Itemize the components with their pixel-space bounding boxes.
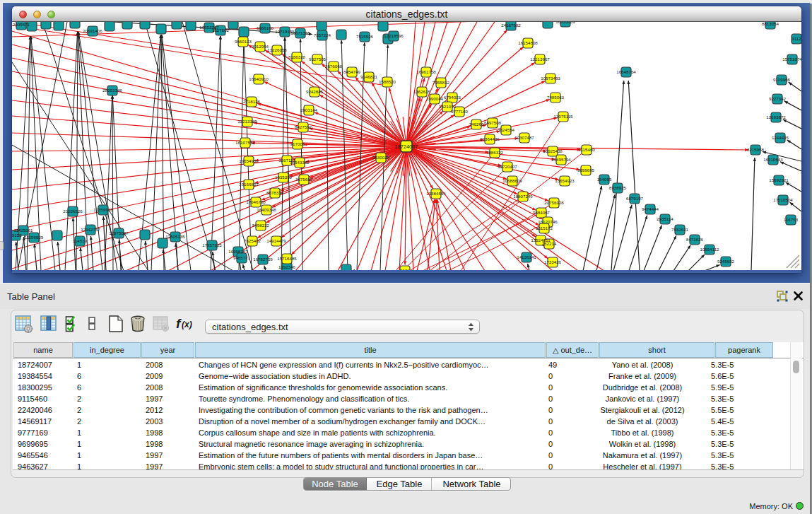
- svg-text:116753: 116753: [784, 217, 799, 222]
- svg-text:8578334: 8578334: [266, 190, 284, 195]
- svg-text:9124: 9124: [400, 268, 410, 270]
- svg-text:8215958: 8215958: [747, 147, 765, 152]
- svg-text:16033809: 16033809: [555, 22, 575, 24]
- svg-text:13975115: 13975115: [553, 114, 573, 119]
- svg-text:9242845: 9242845: [306, 89, 324, 94]
- svg-text:10654112: 10654112: [700, 247, 719, 252]
- svg-text:12975887: 12975887: [109, 230, 129, 235]
- svg-text:10307487: 10307487: [514, 135, 534, 140]
- svg-text:28053346: 28053346: [102, 88, 122, 93]
- svg-text:1244415: 1244415: [772, 135, 789, 140]
- svg-text:13654923: 13654923: [555, 178, 575, 183]
- svg-text:9227342: 9227342: [769, 96, 787, 101]
- svg-text:19384554: 19384554: [426, 191, 446, 196]
- svg-text:16210643: 16210643: [763, 157, 783, 162]
- svg-text:17359928: 17359928: [93, 207, 113, 212]
- svg-text:7886322: 7886322: [486, 150, 504, 155]
- svg-text:917006: 917006: [290, 141, 305, 146]
- svg-text:16120746: 16120746: [538, 219, 558, 224]
- svg-text:2718126: 2718126: [243, 99, 261, 104]
- svg-text:20206526: 20206526: [63, 209, 83, 214]
- svg-text:15720407: 15720407: [498, 164, 517, 169]
- svg-text:39153: 39153: [12, 233, 22, 238]
- svg-text:9115460: 9115460: [578, 147, 595, 152]
- svg-text:9129966: 9129966: [773, 77, 791, 82]
- svg-text:13495794: 13495794: [551, 157, 571, 162]
- svg-text:f: f: [176, 316, 182, 331]
- svg-text:6966160: 6966160: [257, 25, 274, 30]
- svg-text:7955812: 7955812: [433, 80, 450, 85]
- svg-text:14136141: 14136141: [517, 255, 536, 259]
- svg-text:1362615: 1362615: [413, 89, 431, 94]
- svg-text:20756928: 20756928: [544, 200, 564, 205]
- svg-text:11156829: 11156829: [25, 235, 44, 240]
- svg-text:3624554: 3624554: [498, 127, 515, 132]
- svg-text:6497508: 6497508: [484, 120, 502, 125]
- svg-text:20691406: 20691406: [83, 28, 102, 33]
- svg-text:7515526: 7515526: [356, 34, 374, 39]
- svg-text:16782759: 16782759: [253, 257, 273, 262]
- svg-text:1588520: 1588520: [379, 79, 396, 84]
- svg-text:1621072: 1621072: [439, 104, 457, 109]
- svg-text:9474444: 9474444: [642, 206, 659, 211]
- svg-text:17957225: 17957225: [202, 243, 222, 247]
- svg-text:9146821: 9146821: [360, 74, 378, 79]
- svg-text:10973493: 10973493: [541, 76, 560, 81]
- svg-text:1292346: 1292346: [278, 264, 296, 269]
- svg-text:2935114: 2935114: [657, 216, 673, 221]
- svg-text:6879197: 6879197: [626, 196, 644, 201]
- svg-text:10958167: 10958167: [228, 249, 248, 254]
- svg-text:12505135: 12505135: [165, 234, 185, 239]
- svg-text:16648764: 16648764: [616, 69, 636, 74]
- svg-text:10688609: 10688609: [502, 178, 522, 183]
- svg-text:19166827: 19166827: [239, 182, 259, 187]
- svg-text:8427552: 8427552: [295, 124, 312, 129]
- svg-text:9465771: 9465771: [233, 255, 251, 260]
- svg-text:15751074: 15751074: [782, 57, 801, 62]
- svg-text:3912954: 3912954: [252, 44, 269, 49]
- svg-text:746266: 746266: [469, 122, 484, 127]
- svg-text:1527602: 1527602: [212, 28, 230, 33]
- svg-text:12213967: 12213967: [530, 57, 550, 62]
- svg-text:19654952: 19654952: [239, 158, 259, 163]
- svg-text:9327505: 9327505: [309, 57, 326, 62]
- svg-text:8186328: 8186328: [288, 54, 306, 59]
- svg-text:9777169: 9777169: [451, 109, 469, 114]
- svg-text:8471626: 8471626: [686, 237, 704, 242]
- svg-text:12218596: 12218596: [384, 33, 404, 38]
- svg-text:16961758: 16961758: [416, 69, 436, 74]
- svg-text:5498222: 5498222: [252, 223, 270, 228]
- svg-text:2405571: 2405571: [13, 22, 30, 27]
- svg-text:16409348: 16409348: [257, 207, 276, 212]
- svg-text:12213389: 12213389: [237, 119, 257, 124]
- svg-text:13226058: 13226058: [267, 47, 287, 52]
- svg-text:8454749: 8454749: [343, 69, 361, 74]
- svg-text:(x): (x): [182, 320, 192, 329]
- svg-text:11435061: 11435061: [13, 228, 33, 233]
- svg-text:24187682: 24187682: [501, 23, 521, 28]
- svg-text:7857224: 7857224: [314, 33, 331, 37]
- svg-text:1733426: 1733426: [544, 259, 562, 264]
- svg-text:2903144: 2903144: [300, 107, 318, 112]
- svg-text:7625402: 7625402: [244, 238, 261, 243]
- svg-text:9245652: 9245652: [717, 259, 735, 264]
- svg-text:1615172: 1615172: [536, 226, 553, 230]
- svg-text:10671355: 10671355: [290, 30, 310, 35]
- svg-text:1990044: 1990044: [426, 96, 444, 101]
- svg-text:9699695: 9699695: [577, 168, 595, 173]
- svg-text:15692921: 15692921: [769, 177, 789, 182]
- svg-text:2676068: 2676068: [325, 64, 343, 69]
- svg-text:20364436: 20364436: [480, 136, 500, 141]
- svg-text:9660123: 9660123: [235, 39, 252, 44]
- svg-text:8813054: 8813054: [762, 22, 779, 26]
- svg-text:14914479: 14914479: [266, 238, 286, 243]
- svg-text:1112: 1112: [792, 36, 801, 41]
- svg-text:2530028: 2530028: [372, 155, 390, 160]
- svg-text:10025438: 10025438: [543, 148, 563, 153]
- svg-text:7485063: 7485063: [547, 95, 565, 100]
- svg-text:16640910: 16640910: [249, 76, 269, 81]
- svg-text:12093872: 12093872: [766, 115, 786, 119]
- svg-text:6794023: 6794023: [444, 95, 461, 100]
- svg-text:114519: 114519: [73, 238, 88, 243]
- svg-text:1935359: 1935359: [275, 175, 293, 180]
